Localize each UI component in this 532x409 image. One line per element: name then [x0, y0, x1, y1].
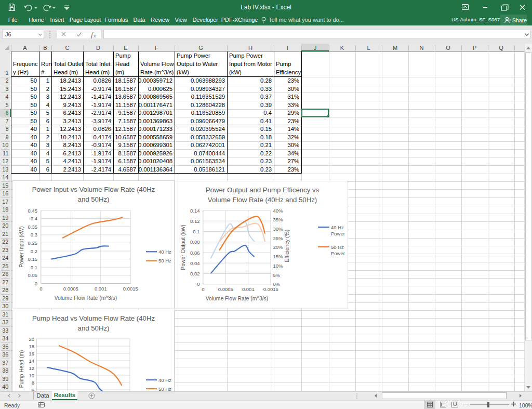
svg-text:18: 18: [29, 344, 34, 349]
svg-text:10%: 10%: [273, 263, 284, 269]
svg-text:5: 5: [46, 110, 49, 116]
svg-text:Efficiency: Efficiency: [276, 69, 301, 75]
svg-text:30%: 30%: [287, 142, 299, 148]
svg-text:0.128604228: 0.128604228: [191, 102, 225, 108]
svg-text:7.1587: 7.1587: [118, 118, 136, 124]
svg-text:P: P: [473, 45, 476, 51]
svg-text:0.4: 0.4: [263, 110, 272, 116]
svg-text:15: 15: [2, 182, 8, 189]
svg-text:4.6587: 4.6587: [118, 166, 136, 173]
svg-text:Volume Flow Rate (m^3/s): Volume Flow Rate (m^3/s): [55, 295, 117, 301]
svg-text:-2.9174: -2.9174: [91, 110, 111, 116]
svg-text:0.06: 0.06: [190, 250, 200, 256]
svg-text:40%: 40%: [273, 208, 284, 214]
svg-text:Input from Motor: Input from Motor: [229, 61, 272, 67]
svg-text:Pump Power: Pump Power: [229, 52, 263, 59]
svg-text:H: H: [248, 45, 252, 51]
svg-text:40: 40: [30, 142, 37, 148]
svg-text:0.000171233: 0.000171233: [138, 126, 172, 132]
svg-text:0.116351529: 0.116351529: [191, 94, 225, 100]
svg-text:Power Output (kW): Power Output (kW): [181, 225, 187, 270]
svg-text:0.001020408: 0.001020408: [138, 158, 172, 164]
svg-text:2: 2: [46, 86, 49, 92]
svg-text:0.001: 0.001: [242, 286, 255, 292]
svg-text:Pump: Pump: [276, 61, 291, 67]
svg-text:33%: 33%: [287, 102, 299, 108]
svg-text:J: J: [314, 45, 317, 51]
svg-text:0.15: 0.15: [260, 126, 272, 132]
svg-text:40: 40: [30, 134, 37, 140]
svg-text:(m): (m): [115, 69, 124, 75]
svg-text:and 50Hz): and 50Hz): [78, 195, 110, 203]
svg-text:0.28: 0.28: [260, 77, 272, 84]
svg-text:2.2413: 2.2413: [63, 166, 81, 173]
svg-text:Power: Power: [331, 250, 345, 256]
svg-text:40 Hz: 40 Hz: [158, 377, 171, 383]
svg-text:11.1587: 11.1587: [115, 102, 136, 108]
svg-text:9.2413: 9.2413: [63, 102, 81, 108]
svg-text:1: 1: [5, 70, 8, 76]
svg-text:E: E: [124, 45, 127, 51]
svg-text:50 Hz: 50 Hz: [158, 258, 171, 263]
svg-text:12: 12: [29, 365, 34, 371]
svg-text:2: 2: [46, 134, 49, 140]
svg-text:Pump Head vs Volume Flow Rate: Pump Head vs Volume Flow Rate (40Hz: [32, 314, 155, 322]
svg-text:34: 34: [2, 335, 8, 341]
svg-text:0.4: 0.4: [31, 216, 37, 221]
svg-text:Volume Flow: Volume Flow: [140, 61, 175, 67]
svg-text:0.14: 0.14: [190, 208, 200, 214]
svg-text:0.001176471: 0.001176471: [139, 102, 172, 108]
svg-text:0: 0: [197, 281, 200, 287]
svg-text:0.0826: 0.0826: [93, 77, 111, 84]
svg-text:0.37: 0.37: [260, 94, 272, 100]
svg-text:1: 1: [46, 126, 49, 132]
svg-text:Frequenc: Frequenc: [13, 61, 38, 67]
svg-text:0.25: 0.25: [28, 240, 38, 246]
svg-text:23: 23: [2, 247, 8, 253]
svg-text:6.1587: 6.1587: [118, 158, 136, 164]
svg-text:12.1587: 12.1587: [115, 126, 136, 132]
svg-text:0: 0: [35, 281, 37, 286]
svg-text:Head (m): Head (m): [54, 69, 78, 75]
svg-text:40 Hz: 40 Hz: [158, 249, 171, 255]
svg-text:0.23: 0.23: [260, 166, 272, 173]
svg-text:1: 1: [46, 77, 49, 84]
svg-text:G: G: [198, 45, 203, 51]
svg-text:0.07400444: 0.07400444: [194, 150, 225, 156]
svg-text:8: 8: [32, 380, 34, 386]
svg-text:Volume Flow Rate (40Hz and 50H: Volume Flow Rate (40Hz and 50Hz): [208, 196, 317, 204]
svg-text:10.6587: 10.6587: [115, 134, 136, 140]
svg-text:(kW): (kW): [177, 69, 189, 75]
svg-text:18.2413: 18.2413: [60, 77, 81, 84]
svg-text:6.2413: 6.2413: [63, 110, 81, 116]
svg-text:0.33: 0.33: [260, 86, 272, 92]
svg-text:13: 13: [2, 166, 8, 173]
svg-text:14%: 14%: [287, 126, 299, 132]
svg-text:0: 0: [202, 286, 204, 292]
svg-text:50: 50: [30, 118, 37, 124]
svg-text:26: 26: [2, 271, 8, 277]
svg-text:0.0015: 0.0015: [263, 286, 278, 292]
svg-text:0.1: 0.1: [193, 229, 200, 234]
svg-text:23%: 23%: [287, 77, 299, 84]
svg-text:40: 40: [30, 126, 37, 132]
svg-text:31: 31: [2, 311, 8, 318]
svg-text:Efficiency (%): Efficiency (%): [284, 230, 290, 262]
svg-text:15%: 15%: [273, 254, 284, 259]
svg-text:15.2413: 15.2413: [60, 86, 81, 92]
svg-text:23%: 23%: [287, 166, 299, 173]
svg-text:C: C: [65, 45, 70, 51]
svg-text:18.1587: 18.1587: [115, 77, 136, 84]
svg-text:14: 14: [29, 358, 34, 364]
svg-text:0.1: 0.1: [31, 265, 37, 270]
svg-text:0.020395524: 0.020395524: [191, 126, 225, 132]
svg-text:0.3: 0.3: [31, 232, 37, 238]
svg-text:32%: 32%: [287, 134, 299, 140]
svg-text:0.001: 0.001: [95, 286, 107, 292]
svg-text:6: 6: [46, 166, 49, 173]
svg-text:#: #: [41, 69, 45, 75]
svg-text:3: 3: [5, 86, 8, 92]
svg-text:-1.9174: -1.9174: [91, 158, 111, 164]
svg-text:0.000625: 0.000625: [148, 86, 172, 92]
svg-text:I: I: [287, 45, 288, 51]
